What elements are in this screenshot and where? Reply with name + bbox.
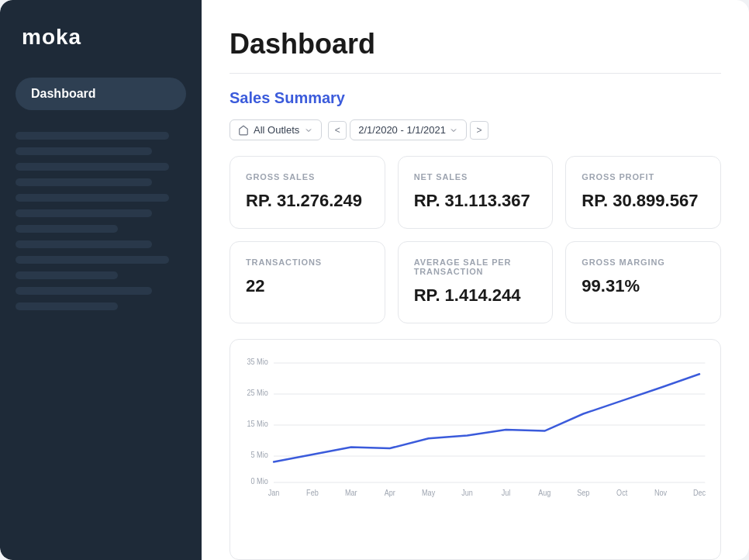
sidebar: moka Dashboard — [0, 0, 202, 560]
stat-card-gross-margin: GROSS MARGING 99.31% — [565, 241, 721, 323]
svg-text:Sep: Sep — [577, 489, 589, 498]
sidebar-nav-item[interactable] — [16, 271, 118, 279]
stat-label: GROSS SALES — [246, 172, 369, 181]
main-content: Dashboard Sales Summary All Outlets < 2/… — [202, 0, 749, 560]
sidebar-nav — [16, 132, 186, 310]
stat-value: 22 — [246, 276, 369, 296]
sidebar-nav-item[interactable] — [16, 256, 169, 264]
stat-card-avg-sale: AVERAGE SALE PER TRANSACTION RP. 1.414.2… — [398, 241, 554, 323]
svg-text:0 Mio: 0 Mio — [251, 477, 268, 486]
date-next-button[interactable]: > — [470, 121, 488, 140]
stat-label: AVERAGE SALE PER TRANSACTION — [414, 258, 537, 276]
chevron-down-icon — [304, 126, 313, 135]
stat-card-gross-sales: GROSS SALES RP. 31.276.249 — [230, 156, 385, 229]
svg-text:Jan: Jan — [268, 489, 280, 498]
svg-text:Nov: Nov — [654, 489, 667, 498]
svg-text:Jun: Jun — [461, 489, 473, 498]
stat-label: GROSS MARGING — [582, 258, 705, 267]
stat-value: RP. 1.414.244 — [414, 285, 537, 306]
outlet-filter[interactable]: All Outlets — [230, 119, 322, 140]
date-range-controls: < 2/1/2020 - 1/1/2021 > — [328, 119, 488, 140]
sidebar-nav-item[interactable] — [16, 240, 152, 248]
sidebar-nav-item[interactable] — [16, 147, 152, 155]
stat-value: RP. 30.899.567 — [582, 191, 705, 211]
sidebar-nav-item[interactable] — [16, 194, 169, 202]
svg-text:Apr: Apr — [385, 489, 396, 498]
sidebar-item-dashboard[interactable]: Dashboard — [16, 78, 186, 110]
logo: moka — [16, 25, 186, 50]
stat-label: GROSS PROFIT — [582, 172, 705, 181]
chevron-down-icon — [449, 126, 458, 135]
logo-text: moka — [22, 25, 81, 49]
sales-chart-container: 35 Mio 25 Mio 15 Mio 5 Mio 0 Mio Jan Feb… — [230, 339, 721, 560]
date-range-selector[interactable]: 2/1/2020 - 1/1/2021 — [350, 119, 467, 140]
svg-text:35 Mio: 35 Mio — [247, 358, 268, 367]
svg-text:5 Mio: 5 Mio — [251, 451, 268, 460]
svg-text:25 Mio: 25 Mio — [247, 389, 268, 398]
divider — [230, 73, 721, 74]
sidebar-nav-item[interactable] — [16, 132, 169, 140]
sidebar-nav-item[interactable] — [16, 287, 152, 295]
svg-text:Jul: Jul — [502, 489, 511, 498]
date-prev-button[interactable]: < — [328, 121, 347, 140]
svg-text:Mar: Mar — [345, 489, 357, 498]
sidebar-nav-item[interactable] — [16, 225, 118, 233]
stats-grid: GROSS SALES RP. 31.276.249 NET SALES RP.… — [230, 156, 721, 323]
chart-line — [274, 374, 699, 461]
sidebar-nav-item[interactable] — [16, 163, 169, 171]
page-title: Dashboard — [230, 28, 721, 60]
filters-row: All Outlets < 2/1/2020 - 1/1/2021 > — [230, 119, 721, 140]
stat-card-net-sales: NET SALES RP. 31.113.367 — [398, 156, 554, 229]
sidebar-nav-item[interactable] — [16, 209, 152, 217]
stat-value: RP. 31.276.249 — [246, 191, 369, 211]
svg-text:Oct: Oct — [616, 489, 627, 498]
svg-text:15 Mio: 15 Mio — [247, 420, 268, 429]
stat-card-transactions: TRANSACTIONS 22 — [230, 241, 385, 323]
svg-text:May: May — [422, 489, 435, 498]
sidebar-nav-item[interactable] — [16, 302, 118, 310]
sales-chart: 35 Mio 25 Mio 15 Mio 5 Mio 0 Mio Jan Feb… — [243, 352, 708, 507]
svg-text:Feb: Feb — [306, 489, 319, 498]
store-icon — [238, 125, 249, 136]
svg-text:Aug: Aug — [538, 489, 551, 498]
svg-text:Dec: Dec — [693, 489, 706, 498]
stat-card-gross-profit: GROSS PROFIT RP. 30.899.567 — [565, 156, 721, 229]
stat-label: TRANSACTIONS — [246, 258, 369, 267]
sidebar-nav-item[interactable] — [16, 178, 152, 186]
date-range-label: 2/1/2020 - 1/1/2021 — [358, 124, 446, 136]
stat-value: 99.31% — [582, 276, 705, 296]
outlet-label: All Outlets — [254, 124, 299, 136]
section-title: Sales Summary — [230, 89, 721, 107]
stat-value: RP. 31.113.367 — [414, 191, 537, 211]
stat-label: NET SALES — [414, 172, 537, 181]
